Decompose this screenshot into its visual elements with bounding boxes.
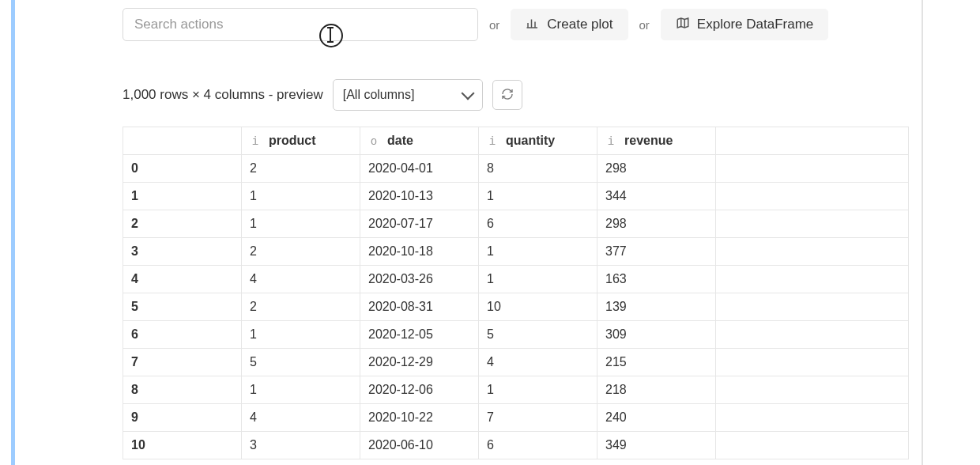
revenue-cell[interactable]: 215: [597, 349, 716, 376]
blank-cell[interactable]: [716, 210, 909, 238]
table-row[interactable]: 942020-10-227240: [123, 404, 909, 432]
blank-cell[interactable]: [716, 349, 909, 376]
product-cell[interactable]: 4: [242, 404, 360, 432]
toolbar: or Create plot or: [122, 8, 909, 41]
table-row[interactable]: 1032020-06-106349: [123, 432, 909, 459]
create-plot-button[interactable]: Create plot: [511, 9, 628, 40]
table-row[interactable]: 812020-12-061218: [123, 376, 909, 404]
blank-cell[interactable]: [716, 321, 909, 349]
index-cell[interactable]: 7: [123, 349, 242, 376]
revenue-cell[interactable]: 163: [597, 266, 716, 293]
table-row[interactable]: 522020-08-3110139: [123, 293, 909, 321]
table-row[interactable]: 752020-12-294215: [123, 349, 909, 376]
index-cell[interactable]: 3: [123, 238, 242, 266]
date-cell[interactable]: 2020-06-10: [360, 432, 479, 459]
table-meta-row: 1,000 rows × 4 columns - preview [All co…: [122, 79, 909, 111]
quantity-cell[interactable]: 8: [479, 155, 597, 183]
column-header-product[interactable]: iproduct: [242, 127, 360, 155]
explore-dataframe-label: Explore DataFrame: [697, 17, 813, 32]
revenue-cell[interactable]: 349: [597, 432, 716, 459]
blank-cell[interactable]: [716, 183, 909, 210]
table-row[interactable]: 112020-10-131344: [123, 183, 909, 210]
revenue-cell[interactable]: 298: [597, 155, 716, 183]
blank-cell[interactable]: [716, 155, 909, 183]
date-cell[interactable]: 2020-10-13: [360, 183, 479, 210]
dtype-icon: i: [487, 135, 498, 148]
date-cell[interactable]: 2020-12-05: [360, 321, 479, 349]
columns-selector-label: [All columns]: [343, 88, 415, 102]
product-cell[interactable]: 1: [242, 210, 360, 238]
product-cell[interactable]: 2: [242, 293, 360, 321]
index-cell[interactable]: 9: [123, 404, 242, 432]
chevron-down-icon: [461, 87, 474, 100]
index-cell[interactable]: 10: [123, 432, 242, 459]
revenue-cell[interactable]: 377: [597, 238, 716, 266]
quantity-cell[interactable]: 1: [479, 238, 597, 266]
index-cell[interactable]: 6: [123, 321, 242, 349]
product-cell[interactable]: 5: [242, 349, 360, 376]
columns-selector[interactable]: [All columns]: [333, 79, 483, 111]
column-header-quantity[interactable]: iquantity: [479, 127, 597, 155]
date-cell[interactable]: 2020-10-22: [360, 404, 479, 432]
table-row[interactable]: 612020-12-055309: [123, 321, 909, 349]
index-header[interactable]: [123, 127, 242, 155]
revenue-cell[interactable]: 240: [597, 404, 716, 432]
revenue-cell[interactable]: 298: [597, 210, 716, 238]
index-cell[interactable]: 8: [123, 376, 242, 404]
revenue-cell[interactable]: 218: [597, 376, 716, 404]
date-cell[interactable]: 2020-07-17: [360, 210, 479, 238]
table-row[interactable]: 322020-10-181377: [123, 238, 909, 266]
revenue-cell[interactable]: 309: [597, 321, 716, 349]
index-cell[interactable]: 4: [123, 266, 242, 293]
column-header-date[interactable]: odate: [360, 127, 479, 155]
table-row[interactable]: 442020-03-261163: [123, 266, 909, 293]
quantity-cell[interactable]: 4: [479, 349, 597, 376]
product-cell[interactable]: 1: [242, 321, 360, 349]
search-input[interactable]: [122, 8, 478, 41]
quantity-cell[interactable]: 5: [479, 321, 597, 349]
index-cell[interactable]: 5: [123, 293, 242, 321]
quantity-cell[interactable]: 7: [479, 404, 597, 432]
quantity-cell[interactable]: 1: [479, 376, 597, 404]
column-header-revenue[interactable]: irevenue: [597, 127, 716, 155]
date-cell[interactable]: 2020-04-01: [360, 155, 479, 183]
revenue-cell[interactable]: 344: [597, 183, 716, 210]
quantity-cell[interactable]: 6: [479, 432, 597, 459]
right-divider: [922, 0, 923, 465]
blank-cell[interactable]: [716, 293, 909, 321]
column-name: quantity: [506, 134, 555, 147]
table-body: 022020-04-018298112020-10-131344212020-0…: [123, 155, 909, 459]
index-cell[interactable]: 0: [123, 155, 242, 183]
product-cell[interactable]: 2: [242, 238, 360, 266]
product-cell[interactable]: 2: [242, 155, 360, 183]
column-name: date: [387, 134, 413, 147]
product-cell[interactable]: 4: [242, 266, 360, 293]
date-cell[interactable]: 2020-10-18: [360, 238, 479, 266]
blank-cell[interactable]: [716, 376, 909, 404]
index-cell[interactable]: 1: [123, 183, 242, 210]
explore-dataframe-button[interactable]: Explore DataFrame: [661, 9, 828, 40]
table-row[interactable]: 022020-04-018298: [123, 155, 909, 183]
date-cell[interactable]: 2020-12-29: [360, 349, 479, 376]
blank-cell[interactable]: [716, 238, 909, 266]
blank-cell[interactable]: [716, 432, 909, 459]
quantity-cell[interactable]: 1: [479, 266, 597, 293]
quantity-cell[interactable]: 1: [479, 183, 597, 210]
product-cell[interactable]: 1: [242, 376, 360, 404]
quantity-cell[interactable]: 6: [479, 210, 597, 238]
or-label-1: or: [489, 18, 499, 32]
quantity-cell[interactable]: 10: [479, 293, 597, 321]
table-row[interactable]: 212020-07-176298: [123, 210, 909, 238]
date-cell[interactable]: 2020-12-06: [360, 376, 479, 404]
index-cell[interactable]: 2: [123, 210, 242, 238]
blank-cell[interactable]: [716, 404, 909, 432]
product-cell[interactable]: 3: [242, 432, 360, 459]
refresh-button[interactable]: [492, 80, 522, 110]
date-cell[interactable]: 2020-03-26: [360, 266, 479, 293]
date-cell[interactable]: 2020-08-31: [360, 293, 479, 321]
column-name: product: [269, 134, 316, 147]
map-icon: [676, 16, 690, 34]
product-cell[interactable]: 1: [242, 183, 360, 210]
blank-cell[interactable]: [716, 266, 909, 293]
revenue-cell[interactable]: 139: [597, 293, 716, 321]
